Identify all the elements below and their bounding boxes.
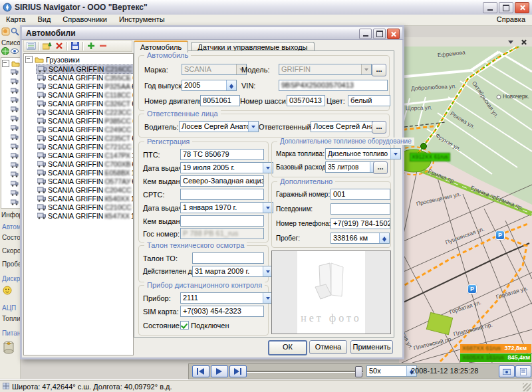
tree-item-vehicle[interactable]: SCANIA GRIFFIN Р385СС 61rus — [36, 116, 134, 125]
close-button[interactable] — [515, 2, 529, 13]
tree-item-vehicle[interactable]: SCANIA GRIFFIN О577АУ 61rus — [36, 177, 134, 185]
menu-item[interactable]: Инструменты — [113, 15, 171, 24]
ok-button[interactable]: ОК — [268, 340, 307, 355]
menu-item[interactable]: Справочники — [57, 15, 113, 24]
remove-group-button[interactable] — [97, 41, 109, 51]
fuel-browse-button[interactable]: ... — [373, 161, 388, 174]
map-canvas[interactable]: Ефремова Добролюбова ул. Щорса ул. Октяб… — [399, 47, 532, 363]
model-browse-button[interactable]: ... — [372, 64, 386, 76]
resize-grip[interactable] — [523, 383, 531, 391]
dialog-close-button[interactable] — [387, 29, 400, 39]
driver-combo[interactable]: Лосев Сергей Анатоль — [179, 121, 259, 132]
alias-field[interactable] — [331, 203, 390, 215]
srts-date-picker[interactable]: 1 января 1970 г. — [180, 202, 273, 213]
vehicle-photo[interactable]: нет фото — [271, 250, 391, 334]
pts-issuer-field[interactable]: Северо-Западная акцизная т — [180, 175, 264, 187]
spinner-arrows-icon[interactable] — [226, 80, 236, 90]
minimize-button[interactable] — [483, 2, 497, 13]
globe-icon[interactable] — [1, 47, 10, 56]
dialog-maximize-button[interactable] — [373, 29, 386, 39]
chevron-down-icon[interactable] — [390, 149, 400, 159]
tree-item-vehicle[interactable]: SCANIA GRIFFIN С700ХВ 61rus — [36, 159, 134, 168]
tree-root[interactable]: Грузовики — [25, 55, 80, 64]
engine-number-field[interactable]: 8051061 — [200, 95, 240, 106]
phone-field[interactable]: +7(919) 784-1502 — [331, 218, 390, 229]
map-collapse-icon[interactable] — [508, 41, 513, 47]
mileage-spinner[interactable]: 338166 км — [331, 233, 390, 244]
menu-item[interactable]: Карта — [0, 15, 31, 24]
tree-item-vehicle[interactable]: SCANIA GRIFFIN С249СС 61rus — [36, 125, 134, 134]
parking-icon[interactable]: P — [495, 231, 505, 240]
tree-item-vehicle[interactable]: SCANIA GRIFFIN С210СС 61rus — [36, 203, 134, 211]
fuel-brand-combo[interactable]: Дизельное топливо — [325, 148, 401, 159]
map-close-icon[interactable] — [521, 39, 527, 45]
step-back-button[interactable] — [192, 365, 209, 377]
connected-checkbox[interactable] — [180, 321, 189, 330]
srts-issuer-field[interactable] — [180, 215, 264, 227]
year-spinner[interactable]: 2005 — [182, 80, 237, 91]
inspection-ticket-field[interactable] — [192, 252, 264, 264]
truck-icon — [11, 180, 19, 189]
chevron-down-icon[interactable] — [248, 122, 258, 132]
tree-item-vehicle[interactable]: SCANIA GRIFFIN С204СС 61rus — [36, 185, 134, 194]
garage-number-field[interactable]: 001 — [331, 189, 390, 200]
step-forward-button[interactable] — [229, 365, 247, 377]
pts-date-picker[interactable]: 19 июля 2005 г. — [180, 162, 273, 173]
fuel-strip-label: Топли — [2, 315, 21, 322]
tree-item-vehicle[interactable]: SCANIA GRIFFIN Р325АА 61rus — [36, 82, 134, 90]
timeline-slider[interactable] — [247, 371, 363, 373]
add-vehicle-button[interactable] — [41, 41, 53, 51]
persons-browse-button[interactable]: ... — [372, 121, 386, 134]
device-combo[interactable]: 2111 — [180, 292, 273, 304]
vehicle-marker[interactable] — [421, 144, 427, 149]
playback-timestamp: 2008-11-12 18:25:28 — [411, 367, 478, 375]
tree-item-vehicle[interactable]: SCANIA GRIFFIN К540ХХ 161rus — [36, 194, 134, 203]
apply-button[interactable]: Применить — [350, 340, 393, 354]
tree-item-vehicle[interactable]: SCANIA GRIFFIN С147РХ 161rus — [36, 151, 134, 159]
add-group-button[interactable] — [85, 41, 97, 51]
vin-field[interactable]: 9BSP4X25003570413 — [279, 80, 388, 91]
vehicles-tree[interactable]: Грузовики SCANIA GRIFFIN С216СС 61rus SC… — [23, 53, 134, 355]
zoom-tool-icon[interactable] — [11, 27, 19, 36]
pan-tool-icon[interactable] — [1, 27, 10, 36]
srts-field[interactable] — [180, 189, 264, 200]
save-button[interactable] — [69, 41, 81, 51]
report-button[interactable] — [515, 365, 531, 377]
speed-spinner[interactable]: 50x — [366, 365, 417, 377]
chassis-number-field[interactable]: 03570413 — [287, 95, 325, 106]
tree-item-vehicle[interactable]: SCANIA GRIFFIN С216СС 61rus — [36, 64, 134, 74]
truck-icon — [11, 96, 19, 105]
spinner-arrows-icon[interactable] — [379, 233, 389, 243]
expander-icon[interactable] — [2, 60, 9, 67]
tree-item-vehicle[interactable]: SCANIA GRIFFIN С721СС 61rus — [36, 142, 134, 151]
show-list-button[interactable] — [25, 41, 37, 51]
play-button[interactable] — [211, 365, 228, 377]
menubar: КартаВидСправочникиИнструменты Справка — [0, 15, 532, 26]
tab[interactable]: Автомобиль — [134, 41, 188, 52]
vehicle-plate-label[interactable]: Х912ХХ 61rus — [410, 153, 450, 161]
inspection-valid-picker[interactable]: 31 марта 2009 г. — [192, 266, 273, 277]
color-field[interactable]: белый — [348, 95, 390, 106]
timeline-thumb[interactable] — [355, 366, 362, 377]
tree-item-vehicle[interactable]: SCANIA GRIFFIN К547ХХ 161rus — [36, 211, 134, 220]
tree-item-vehicle[interactable]: SCANIA GRIFFIN С223СС 61rus — [36, 108, 134, 116]
parking-icon[interactable]: P — [467, 284, 477, 294]
menu-item[interactable]: Вид — [31, 15, 57, 24]
consumption-spinner[interactable]: 35 литров — [325, 161, 380, 173]
menu-help[interactable]: Справка — [497, 15, 525, 23]
pts-field[interactable]: 78 ТС 850679 — [180, 149, 264, 160]
dialog-minimize-button[interactable] — [359, 29, 372, 39]
delete-vehicle-button[interactable] — [53, 41, 65, 51]
tree-item-vehicle[interactable]: SCANIA GRIFFIN С118СС 61rus — [36, 90, 134, 99]
eye-icon[interactable] — [11, 47, 19, 56]
maximize-button[interactable] — [499, 2, 513, 13]
snapshot-button[interactable] — [499, 365, 515, 377]
tree-item-vehicle[interactable]: SCANIA GRIFFIN С326СТ 61rus — [36, 99, 134, 108]
tree-item-vehicle[interactable]: SCANIA GRIFFIN Е058ВХ 161rus — [36, 168, 134, 177]
cancel-button[interactable]: Отмена — [309, 340, 347, 354]
background-tree[interactable]: Гр — [1, 57, 21, 209]
sim-card-field[interactable]: +7(903) 454-2323 — [180, 306, 264, 317]
tree-item-vehicle[interactable]: SCANIA GRIFFIN С355СЕ 61rus — [36, 73, 134, 82]
expander-icon[interactable] — [25, 56, 33, 63]
tree-item-vehicle[interactable]: SCANIA GRIFFIN С235СТ 61rus — [36, 134, 134, 142]
